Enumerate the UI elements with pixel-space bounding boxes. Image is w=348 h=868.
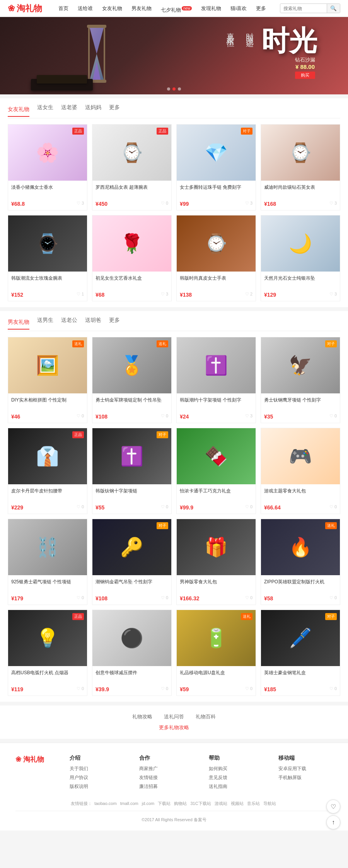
footer-col-item[interactable]: 送礼指南 xyxy=(209,783,263,790)
product-meta: ¥59 ♡ 0 xyxy=(180,685,252,692)
more-gift-link[interactable]: 更多礼物攻略 xyxy=(8,724,340,731)
product-card[interactable]: 💎 对子 女士多圈转运珠手链 免费刻字 ¥99 ♡ 3 xyxy=(176,124,256,210)
footer-social-link[interactable]: 导航站 xyxy=(263,801,276,806)
banner-content: 真 爱 永 恒 时 间 流 逝 时光 xyxy=(223,27,317,55)
product-card[interactable]: 💡 正品 高档USB电弧打火机 点烟器 ¥119 ♡ 0 xyxy=(8,610,87,696)
tab-female-more[interactable]: 更多 xyxy=(109,104,120,114)
product-card[interactable]: ✝️ 对子 韩版钛钢十字架项链 ¥55 ♡ 0 xyxy=(92,428,172,514)
product-meta: ¥119 ♡ 0 xyxy=(11,685,84,692)
product-info: 高档USB电弧打火机 点烟器 ¥119 ♡ 0 xyxy=(8,666,87,695)
tab-male-gift[interactable]: 男友礼物 xyxy=(8,319,29,330)
logo[interactable]: ❀ 淘礼物 xyxy=(8,3,42,14)
footer-col-item[interactable]: 意见反馈 xyxy=(209,774,263,781)
search-input[interactable] xyxy=(280,4,327,13)
product-card[interactable]: ⌚ 正品 罗西尼精品女表 超薄腕表 ¥450 ♡ 0 xyxy=(92,124,172,210)
product-name: 礼品移动电源U盘礼盒 xyxy=(180,669,252,683)
footer-social-link[interactable]: jd.com xyxy=(142,801,154,806)
product-image: 🌹 xyxy=(92,215,171,272)
footer-social-link[interactable]: 下载站 xyxy=(158,801,171,806)
top-button[interactable]: ↑ xyxy=(326,815,340,829)
product-card[interactable]: 🔥 送礼 ZIPPO英雄联盟定制版打火机 ¥58 ♡ 0 xyxy=(261,519,340,605)
product-info: 罗西尼精品女表 超薄腕表 ¥450 ♡ 0 xyxy=(92,181,171,210)
footer-col-item[interactable]: 手机触屏版 xyxy=(278,774,333,781)
product-card[interactable]: 🌙 天然月光石女士纯银吊坠 ¥129 ♡ 3 xyxy=(261,215,340,301)
tab-female-mom[interactable]: 送妈妈 xyxy=(85,104,101,114)
product-tag: 对子 xyxy=(325,340,337,347)
product-card[interactable]: ✝️ 韩版潮约十字架项链 个性刻字 ¥24 ♡ 3 xyxy=(176,337,256,423)
product-card[interactable]: 🎁 男神版零食大礼包 ¥166.32 ♡ 0 xyxy=(176,519,256,605)
footer-social-link[interactable]: 31C下载站 xyxy=(190,801,211,806)
product-card[interactable]: ⚫ 创意牛顿球减压摆件 ¥39.9 ♡ 0 xyxy=(92,610,172,696)
nav-item-male[interactable]: 男友礼物 xyxy=(127,0,156,17)
product-info: 威迪时尚款镶钻石英女表 ¥168 ♡ 3 xyxy=(261,181,340,210)
nav-item-discover[interactable]: 发现礼物 xyxy=(196,0,226,17)
nav-item-qixi[interactable]: 七夕礼物new xyxy=(156,0,196,17)
product-card[interactable]: ⌚ 韩版潮流女士玫瑰金腕表 ¥152 ♡ 1 xyxy=(8,215,87,301)
product-card[interactable]: ⛓️ 925银勇士霸气项链 个性项链 ¥179 ♡ 0 xyxy=(8,519,87,605)
dot-1[interactable] xyxy=(167,87,170,91)
product-card[interactable]: 🔑 对子 潮钢钨金霸气吊坠 个性刻字 ¥108 ♡ 0 xyxy=(92,519,172,605)
footer-social-link[interactable]: taobao.com xyxy=(94,801,116,806)
footer-col-item[interactable]: 关于我们 xyxy=(70,765,124,772)
footer-col-item[interactable]: 安卓应用下载 xyxy=(278,765,333,772)
nav-item-more[interactable]: 更多 xyxy=(251,0,271,17)
dot-3[interactable] xyxy=(178,87,181,91)
footer-social-link[interactable]: 游戏站 xyxy=(215,801,227,806)
footer-social-link[interactable]: 购物站 xyxy=(174,801,187,806)
tab-male-husband[interactable]: 送老公 xyxy=(61,317,77,327)
footer-social-link[interactable]: 视频站 xyxy=(231,801,244,806)
search-button[interactable]: 🔍 xyxy=(327,4,340,13)
product-card[interactable]: 🔋 送礼 礼品移动电源U盘礼盒 ¥59 ♡ 0 xyxy=(176,610,256,696)
footer-col-item[interactable]: 廉洁招募 xyxy=(139,783,193,790)
tab-female-wife[interactable]: 送老婆 xyxy=(61,104,77,114)
main-nav: 首页 送给谁 女友礼物 男友礼物 七夕礼物new 发现礼物 猫i喜欢 更多 xyxy=(54,0,280,17)
footer-social-link[interactable]: 音乐站 xyxy=(247,801,260,806)
dot-2[interactable] xyxy=(172,87,176,91)
footer-col-item[interactable]: 如何购买 xyxy=(209,765,263,772)
product-card[interactable]: 🌸 正品 淡香小猪佩女士香水 ¥68.8 ♡ 3 xyxy=(8,124,87,210)
product-card[interactable]: 🎮 游戏主题零食大礼包 ¥66.64 ♡ 0 xyxy=(261,428,340,514)
product-meta: ¥99 ♡ 3 xyxy=(180,199,252,207)
nav-item-home[interactable]: 首页 xyxy=(54,0,73,17)
product-card[interactable]: 🏅 送礼 勇士钨金军牌项链定制 个性吊坠 ¥108 ♡ 0 xyxy=(92,337,172,423)
footer-col-item[interactable]: 友情链接 xyxy=(139,774,193,781)
product-tag: 送礼 xyxy=(157,340,168,347)
footer-main: ❀ 淘礼物 介绍 关于我们 用户协议 版权说明 合作 商家推广 友情链接 廉洁招… xyxy=(15,755,333,792)
product-meta: ¥39.9 ♡ 0 xyxy=(96,685,168,692)
product-card[interactable]: ⌚ 韩版时尚真皮女士手表 ¥138 ♡ 2 xyxy=(176,215,256,301)
product-hearts: ♡ 0 xyxy=(245,595,252,600)
product-hearts: ♡ 3 xyxy=(329,201,337,206)
nav-item-female[interactable]: 女友礼物 xyxy=(97,0,127,17)
banner-buy-button[interactable]: 购买 xyxy=(295,72,315,79)
gift-link-qa[interactable]: 送礼问答 xyxy=(164,713,184,720)
product-card[interactable]: 🌹 初见女生文艺香水礼盒 ¥68 ♡ 3 xyxy=(92,215,172,301)
heart-button[interactable]: ♡ xyxy=(326,800,340,813)
gift-link-strategy[interactable]: 礼物攻略 xyxy=(132,713,152,720)
product-name: 勇士钨金军牌项链定制 个性吊坠 xyxy=(96,396,168,410)
product-card[interactable]: 👔 正品 皮尔卡丹层牛皮针扣腰带 ¥229 ♡ 0 xyxy=(8,428,87,514)
tab-male-dad[interactable]: 送胡爸 xyxy=(85,317,101,327)
footer-col-item[interactable]: 版权说明 xyxy=(70,783,124,790)
product-name: 男神版零食大礼包 xyxy=(180,578,252,592)
tab-female-gift[interactable]: 女友礼物 xyxy=(8,106,29,117)
gift-link-wiki[interactable]: 礼物百科 xyxy=(196,713,216,720)
product-info: 淡香小猪佩女士香水 ¥68.8 ♡ 3 xyxy=(8,181,87,210)
nav-item-who[interactable]: 送给谁 xyxy=(73,0,97,17)
footer-col-item[interactable]: 商家推广 xyxy=(139,765,193,772)
nav-item-cat[interactable]: 猫i喜欢 xyxy=(226,0,251,17)
product-meta: ¥450 ♡ 0 xyxy=(96,199,168,207)
tab-male-more[interactable]: 更多 xyxy=(109,317,120,327)
product-hearts: ♡ 3 xyxy=(245,201,252,206)
tab-female-girl[interactable]: 送女生 xyxy=(37,104,53,114)
product-card[interactable]: 🖊️ 对子 英雄士豪金钢笔礼盒 ¥185 ♡ 0 xyxy=(261,610,340,696)
product-card[interactable]: 🖼️ 送礼 DIY实木相框拼图 个性定制 ¥46 ♡ 0 xyxy=(8,337,87,423)
product-hearts: ♡ 0 xyxy=(77,595,84,600)
tab-male-boy[interactable]: 送男生 xyxy=(37,317,53,327)
product-image: 🌙 xyxy=(261,215,340,272)
footer-col-item[interactable]: 用户协议 xyxy=(70,774,124,781)
product-card[interactable]: 🦅 对子 勇士钛钢鹰牙项链 个性刻字 ¥35 ♡ 0 xyxy=(261,337,340,423)
footer-social-link[interactable]: tmall.com xyxy=(120,801,138,806)
product-card[interactable]: 🍫 怡浓卡通手工巧克力礼盒 ¥99.9 ♡ 0 xyxy=(176,428,256,514)
product-card[interactable]: ⌚ 威迪时尚款镶钻石英女表 ¥168 ♡ 3 xyxy=(261,124,340,210)
footer-copyright: ©2017 All Rights Reserved 备案号 xyxy=(15,811,333,823)
